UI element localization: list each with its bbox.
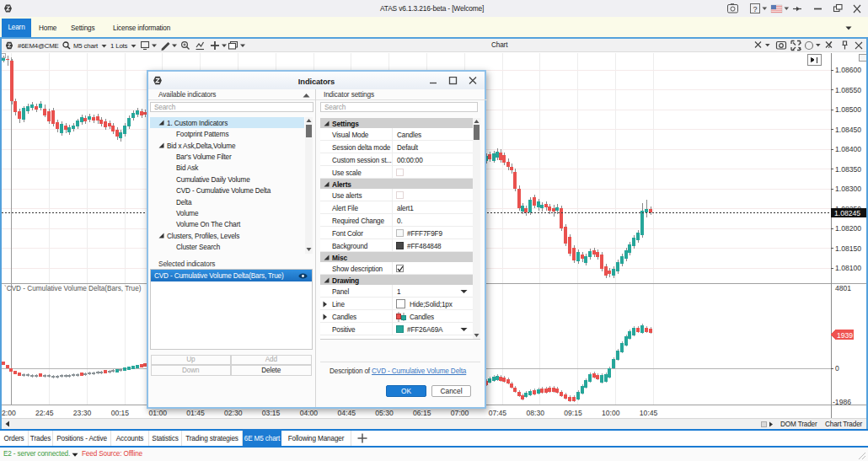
svg-text:10:45: 10:45	[640, 409, 658, 417]
svg-text:1.08300: 1.08300	[835, 185, 861, 193]
svg-text:07:45: 07:45	[489, 409, 507, 417]
svg-text:08:30: 08:30	[526, 409, 544, 417]
svg-text:07:00: 07:00	[451, 409, 469, 417]
svg-text:1.08450: 1.08450	[835, 126, 861, 134]
svg-text:1.08350: 1.08350	[835, 165, 861, 174]
svg-text:10:00: 10:00	[602, 409, 620, 417]
svg-text:01:45: 01:45	[186, 409, 205, 417]
svg-text:02:30: 02:30	[224, 409, 243, 417]
svg-text:?: ?	[753, 5, 757, 13]
svg-text:1.08550: 1.08550	[835, 86, 861, 94]
svg-text:22:45: 22:45	[35, 409, 54, 417]
svg-text:09:15: 09:15	[564, 409, 582, 417]
svg-text:1.08400: 1.08400	[835, 145, 861, 153]
svg-text:1.08500: 1.08500	[835, 105, 861, 114]
svg-text:06:15: 06:15	[413, 409, 431, 417]
svg-text:00:15: 00:15	[111, 409, 130, 417]
svg-text:23:30: 23:30	[73, 409, 92, 417]
svg-text:03:15: 03:15	[262, 409, 281, 417]
svg-text:0: 0	[835, 364, 839, 373]
svg-text:01:00: 01:00	[148, 409, 167, 417]
svg-text:1.08600: 1.08600	[835, 66, 861, 74]
svg-text:22:00: 22:00	[2, 409, 16, 417]
svg-text:-1986: -1986	[833, 398, 851, 406]
svg-text:1.08200: 1.08200	[835, 224, 861, 233]
svg-text:`CVD - Cumulative Volume Delta: `CVD - Cumulative Volume Delta(Bars, Tru…	[4, 285, 142, 292]
svg-text:1939: 1939	[837, 331, 853, 340]
svg-text:4801: 4801	[835, 284, 851, 292]
svg-text:1.08150: 1.08150	[835, 244, 861, 253]
svg-text:05:30: 05:30	[375, 409, 394, 417]
svg-text:04:45: 04:45	[337, 409, 356, 417]
svg-text:1.08100: 1.08100	[835, 264, 861, 272]
svg-text:04:00: 04:00	[300, 409, 319, 417]
svg-text:1.08245: 1.08245	[834, 209, 860, 217]
